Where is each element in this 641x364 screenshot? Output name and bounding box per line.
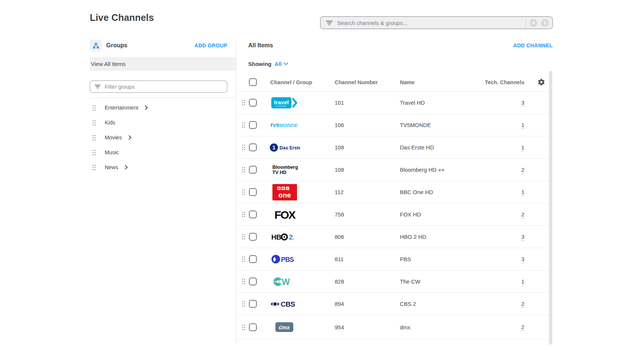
chevron-right-icon[interactable] [129,135,132,140]
drag-handle-icon[interactable] [241,211,249,218]
tech-channels-link[interactable]: 2 [521,211,524,218]
drag-handle-icon[interactable] [241,189,249,195]
group-label: Entertainment [105,105,138,111]
info-button[interactable] [541,19,549,27]
sidebar-group-item[interactable]: News [90,160,236,175]
drag-handle-icon[interactable] [241,278,249,285]
tech-channels-link[interactable]: 2 [521,301,524,308]
sidebar-group-item[interactable]: Music [90,145,236,160]
tech-channels-link[interactable]: 3 [521,256,524,263]
tech-channels-link[interactable]: 3 [521,99,524,107]
table-body: travel CHANNEL 101 Travel HD 3 TV5MONDE … [236,92,553,339]
channel-name: HBO 2 HD [400,234,484,240]
svg-text:TV HD: TV HD [272,170,287,175]
drag-handle-icon[interactable] [241,167,249,173]
column-channel-number: Channel Number [335,79,400,85]
tech-channels-link[interactable]: 2 [521,167,524,174]
channel-logo-tv5monde: TV5MONDE [262,115,307,135]
svg-text:CBS: CBS [281,300,295,308]
channel-number: 106 [335,122,400,128]
showing-dropdown[interactable]: All [275,61,288,67]
sidebar-group-item[interactable]: Entertainment [90,100,236,115]
table-row: CBS 894 CBS 2 2 [236,293,553,315]
showing-value: All [275,61,282,67]
channel-logo-pbs: PBS [262,249,307,269]
chevron-right-icon[interactable] [125,165,128,170]
drag-handle-icon[interactable] [241,234,249,240]
row-checkbox[interactable] [249,143,257,151]
svg-text:W: W [282,277,290,287]
drag-handle-icon[interactable] [241,256,249,262]
tech-channels-link[interactable]: 1 [521,144,524,151]
row-checkbox[interactable] [249,166,257,174]
search-bar [320,16,553,29]
drag-handle-icon[interactable] [92,149,96,156]
live-channels-page: Live Channels [0,0,641,364]
group-label: News [105,164,118,170]
drag-handle-icon[interactable] [92,134,96,141]
tech-channels-link[interactable]: 1 [521,189,524,196]
drag-handle-icon[interactable] [241,99,249,106]
table-row: 1 Das Erste 108 Das Erste HD 1 [236,136,553,159]
table-scrollbar[interactable] [549,71,552,345]
drag-handle-icon[interactable] [241,122,249,128]
channel-logo-the-cw: THE W [262,272,307,292]
drag-handle-icon[interactable] [92,164,96,171]
sidebar-group-item[interactable]: Movies [90,130,236,145]
table-row: travel CHANNEL 101 Travel HD 3 [236,92,553,114]
drag-handle-icon[interactable] [241,324,249,330]
search-divider [525,19,526,27]
row-checkbox[interactable] [249,211,257,218]
row-checkbox[interactable] [249,278,257,285]
channel-number: 112 [335,189,400,195]
tech-channels-link[interactable]: 3 [521,234,524,241]
row-checkbox[interactable] [249,323,257,331]
tech-channels-link[interactable]: 1 [521,278,524,285]
all-items-title: All Items [248,42,273,49]
channel-number: 894 [335,301,400,307]
group-label: Movies [105,134,122,140]
add-group-button[interactable]: ADD GROUP [195,42,227,48]
row-checkbox[interactable] [249,99,257,107]
drag-handle-icon[interactable] [241,144,249,151]
channel-name: CBS 2 [400,301,484,307]
add-channel-button[interactable]: ADD CHANNEL [513,42,553,48]
svg-text:B: B [278,187,280,190]
sidebar-group-item[interactable]: Kids [90,115,236,130]
select-all-checkbox[interactable] [249,78,257,86]
svg-text:THE: THE [274,281,278,283]
group-list: Entertainment Kids Movies Music News [90,98,236,175]
channel-name: FOX HD [400,211,484,218]
chevron-right-icon[interactable] [145,105,148,110]
lightning-button[interactable] [530,19,537,27]
group-label: Kids [105,120,115,126]
drag-handle-icon[interactable] [92,120,96,126]
table-settings-button[interactable] [537,78,545,86]
gear-icon [537,78,545,86]
column-name: Name [400,79,484,85]
svg-text:C: C [287,187,289,190]
tech-channels-link[interactable]: 1 [521,122,524,129]
drag-handle-icon[interactable] [241,301,249,307]
row-checkbox[interactable] [249,188,257,196]
filter-groups-input[interactable] [104,83,223,90]
row-checkbox[interactable] [249,121,257,129]
table-row: Bloomberg TV HD 108 Bloomberg HD ++ 2 [236,159,553,181]
view-all-items[interactable]: View All Items [90,57,236,71]
filter-groups-box [90,80,227,93]
drag-handle-icon[interactable] [92,105,96,111]
row-checkbox[interactable] [249,255,257,263]
row-checkbox[interactable] [249,233,257,241]
tech-channels-link[interactable]: 2 [521,324,524,331]
svg-text:Das Erste: Das Erste [280,145,300,150]
channel-name: dmx [400,324,484,330]
channel-logo-dmx: dmx [262,317,307,337]
table-row: TV5MONDE 106 TV5MONDE 1 [236,114,553,136]
channel-name: TV5MONDE [400,122,484,128]
row-checkbox[interactable] [249,300,257,308]
table-row: PBS 811 PBS 3 [236,248,553,270]
search-input[interactable] [337,19,522,26]
svg-text:travel: travel [274,99,289,105]
table-header-row: Channel / Group Channel Number Name Tech… [236,73,553,92]
filter-icon [95,85,101,89]
